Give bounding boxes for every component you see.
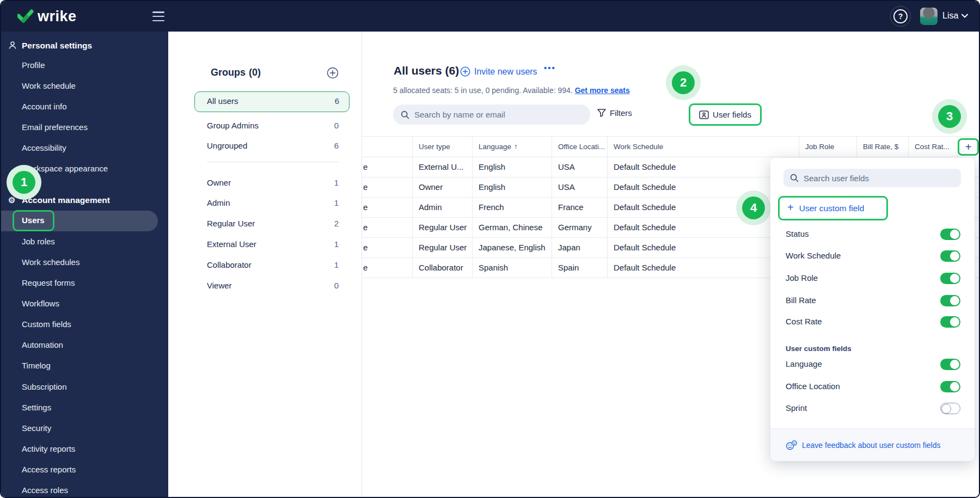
- sidebar-item-access-roles[interactable]: Access roles: [22, 485, 68, 495]
- sidebar-item-workspace-appearance[interactable]: Workspace appearance: [22, 164, 108, 173]
- feedback-faces-icon: [786, 440, 797, 450]
- office-location-cell: Spain: [552, 257, 607, 278]
- avatar[interactable]: [920, 8, 938, 25]
- name-cell-fragment: e: [362, 177, 412, 197]
- group-item-ungrouped[interactable]: Ungrouped 6: [168, 136, 362, 157]
- hamburger-menu-icon[interactable]: [152, 11, 164, 21]
- gear-icon: ⚙: [8, 195, 15, 205]
- name-cell-fragment: e: [362, 217, 412, 237]
- sidebar-item-account-info[interactable]: Account info: [22, 102, 67, 111]
- job-role-toggle[interactable]: [940, 273, 960, 284]
- sidebar-item-security[interactable]: Security: [22, 423, 51, 433]
- status-toggle[interactable]: [940, 229, 960, 240]
- group-item-owner[interactable]: Owner 1: [168, 173, 362, 194]
- bill-rate-toggle[interactable]: [940, 295, 960, 306]
- user-card-icon: [699, 110, 709, 119]
- column-header-job-role[interactable]: Job Role: [799, 136, 856, 157]
- language-toggle[interactable]: [940, 359, 960, 370]
- sidebar-item-users[interactable]: Users: [22, 216, 45, 225]
- name-cell-fragment: e: [362, 157, 412, 177]
- sidebar-item-job-roles[interactable]: Job roles: [22, 237, 55, 246]
- add-group-button[interactable]: [327, 67, 339, 79]
- sidebar-item-activity-reports[interactable]: Activity reports: [22, 444, 75, 453]
- field-toggle-row-sprint: Sprint: [770, 402, 975, 415]
- work-schedule-toggle[interactable]: [940, 250, 960, 262]
- name-cell-fragment: e: [362, 197, 412, 217]
- sidebar-item-workflows[interactable]: Workflows: [22, 299, 59, 308]
- search-input[interactable]: Search by name or email: [393, 104, 590, 125]
- group-item-viewer[interactable]: Viewer 0: [168, 276, 362, 297]
- panel-footer: Leave feedback about user custom fields: [770, 428, 975, 461]
- groups-count: (0): [249, 67, 261, 78]
- group-item-collaborator[interactable]: Collaborator 1: [168, 255, 362, 276]
- column-header-user-type[interactable]: User type: [412, 136, 472, 157]
- column-header-bill-rate[interactable]: Bill Rate, $: [856, 136, 908, 157]
- add-column-button[interactable]: +: [958, 138, 979, 156]
- sidebar-item-subscription[interactable]: Subscription: [22, 382, 67, 391]
- group-item-regular-user[interactable]: Regular User 2: [168, 214, 362, 235]
- user-type-cell: Admin: [412, 197, 472, 217]
- language-cell: English: [472, 157, 552, 177]
- search-icon: [401, 110, 409, 119]
- groups-panel: Groups(0) All users 6 Group Admins 0 Ung…: [168, 32, 362, 498]
- column-header-cost-rate[interactable]: Cost Rat...: [908, 136, 958, 157]
- add-user-custom-field-button[interactable]: + User custom field: [778, 196, 888, 220]
- groups-divider: [207, 162, 339, 162]
- user-menu[interactable]: Lisa: [942, 11, 968, 21]
- user-fields-button[interactable]: User fields: [689, 103, 762, 126]
- search-user-fields-placeholder: Search user fields: [804, 174, 869, 183]
- sidebar-item-accessibility[interactable]: Accessibility: [22, 143, 66, 152]
- group-item-group-admins[interactable]: Group Admins 0: [168, 116, 362, 137]
- sprint-toggle[interactable]: [940, 403, 960, 414]
- filters-button[interactable]: Filters: [597, 108, 632, 118]
- office-location-toggle[interactable]: [940, 381, 960, 392]
- office-location-cell: USA: [552, 177, 607, 197]
- help-button[interactable]: ?: [890, 6, 911, 27]
- app-window: wrike ? Lisa Personal settings Profile W…: [0, 0, 980, 498]
- group-count: 1: [334, 178, 339, 187]
- sidebar-item-custom-fields[interactable]: Custom fields: [22, 319, 71, 329]
- plus-circle-icon: [460, 66, 470, 77]
- group-count: 0: [334, 281, 339, 290]
- group-item-admin[interactable]: Admin 1: [168, 193, 362, 214]
- group-count: 0: [334, 121, 339, 130]
- groups-title: Groups(0): [211, 67, 261, 78]
- sidebar-item-settings[interactable]: Settings: [22, 403, 51, 412]
- sidebar-item-work-schedules[interactable]: Work schedules: [22, 257, 79, 267]
- annotation-badge-2: 2: [672, 71, 695, 94]
- sidebar-section-personal-settings[interactable]: Personal settings: [22, 41, 92, 51]
- more-actions-button[interactable]: •••: [544, 63, 556, 72]
- search-icon: [790, 174, 799, 182]
- get-more-seats-link[interactable]: Get more seats: [575, 86, 630, 95]
- office-location-cell: Japan: [552, 237, 607, 257]
- sidebar-item-access-reports[interactable]: Access reports: [22, 465, 76, 474]
- sidebar-item-work-schedule[interactable]: Work schedule: [22, 81, 76, 90]
- cost-rate-toggle[interactable]: [940, 316, 960, 328]
- search-placeholder: Search by name or email: [414, 110, 505, 119]
- group-count: 1: [334, 260, 339, 269]
- sidebar-section-account-management[interactable]: ⚙ Account management: [22, 195, 110, 205]
- sidebar-item-profile[interactable]: Profile: [22, 60, 45, 70]
- column-header-office-location[interactable]: Office Locati...: [552, 136, 607, 157]
- field-toggle-row-status: Status: [770, 228, 975, 241]
- invite-new-users-button[interactable]: Invite new users: [460, 66, 537, 77]
- field-toggle-row-work-schedule: Work Schedule: [770, 250, 975, 263]
- sidebar-item-timelog[interactable]: Timelog: [22, 361, 51, 370]
- wrike-logo: wrike: [17, 8, 77, 25]
- user-name-label: Lisa: [942, 11, 958, 21]
- leave-feedback-link[interactable]: Leave feedback about user custom fields: [802, 441, 941, 450]
- invite-label: Invite new users: [474, 67, 537, 77]
- sidebar-item-email-preferences[interactable]: Email preferences: [22, 122, 88, 132]
- group-item-all-users[interactable]: All users 6: [194, 91, 350, 112]
- search-user-fields-input[interactable]: Search user fields: [783, 169, 961, 187]
- user-custom-fields-section-label: User custom fields: [786, 345, 852, 353]
- group-item-external-user[interactable]: External User 1: [168, 235, 362, 255]
- field-toggle-row-office-location: Office Location: [770, 380, 975, 394]
- column-header-work-schedule[interactable]: Work Schedule: [607, 136, 799, 157]
- seats-info: 5 allocated seats: 5 in use, 0 pending. …: [393, 86, 630, 95]
- sidebar-item-automation[interactable]: Automation: [22, 340, 63, 349]
- sidebar-item-request-forms[interactable]: Request forms: [22, 278, 75, 287]
- column-header-language[interactable]: Language↑: [472, 136, 552, 157]
- name-cell-fragment: e: [362, 237, 412, 257]
- add-user-custom-field-label: User custom field: [799, 204, 865, 213]
